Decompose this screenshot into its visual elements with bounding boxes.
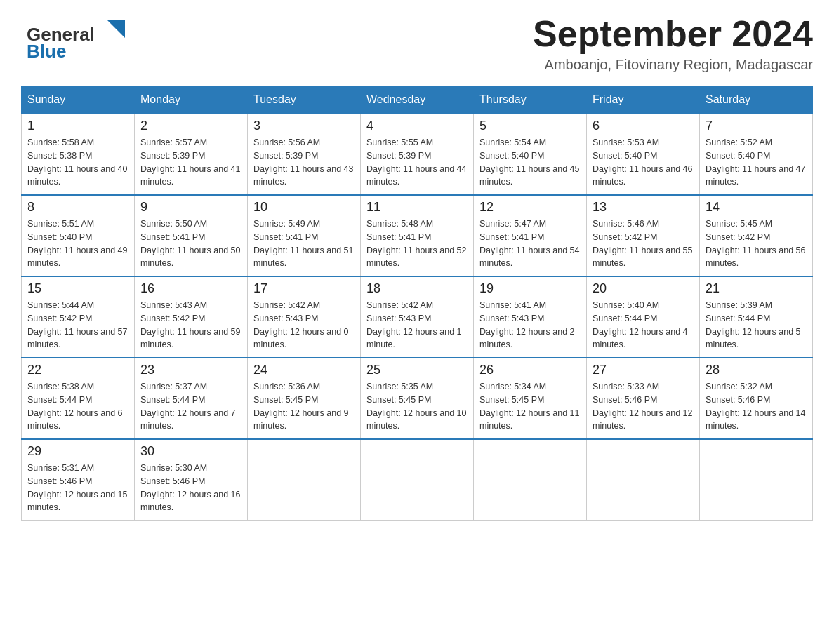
svg-text:Blue: Blue [27, 41, 66, 62]
day-number: 21 [706, 281, 807, 296]
calendar-cell: 22Sunrise: 5:38 AMSunset: 5:44 PMDayligh… [22, 358, 135, 439]
calendar-cell [361, 439, 474, 521]
day-number: 13 [593, 200, 694, 215]
calendar-cell [474, 439, 587, 521]
calendar-cell: 30Sunrise: 5:30 AMSunset: 5:46 PMDayligh… [135, 439, 248, 521]
day-number: 4 [366, 119, 468, 133]
column-header-saturday: Saturday [700, 86, 813, 114]
day-number: 3 [253, 119, 355, 133]
calendar-cell: 15Sunrise: 5:44 AMSunset: 5:42 PMDayligh… [22, 276, 135, 358]
calendar-cell: 14Sunrise: 5:45 AMSunset: 5:42 PMDayligh… [700, 195, 813, 276]
day-number: 22 [27, 363, 128, 377]
day-number: 19 [479, 281, 581, 296]
day-number: 27 [593, 363, 694, 377]
day-info: Sunrise: 5:46 AMSunset: 5:42 PMDaylight:… [593, 217, 694, 270]
day-number: 8 [27, 200, 128, 215]
calendar-cell: 4Sunrise: 5:55 AMSunset: 5:39 PMDaylight… [361, 114, 474, 195]
day-info: Sunrise: 5:49 AMSunset: 5:41 PMDaylight:… [253, 217, 355, 270]
calendar-cell: 7Sunrise: 5:52 AMSunset: 5:40 PMDaylight… [700, 114, 813, 195]
calendar-week-row: 15Sunrise: 5:44 AMSunset: 5:42 PMDayligh… [22, 276, 813, 358]
day-info: Sunrise: 5:45 AMSunset: 5:42 PMDaylight:… [706, 217, 807, 270]
calendar-cell: 10Sunrise: 5:49 AMSunset: 5:41 PMDayligh… [248, 195, 361, 276]
day-number: 15 [27, 281, 128, 296]
day-number: 18 [366, 281, 468, 296]
calendar-cell: 5Sunrise: 5:54 AMSunset: 5:40 PMDaylight… [474, 114, 587, 195]
day-info: Sunrise: 5:56 AMSunset: 5:39 PMDaylight:… [253, 136, 355, 189]
calendar-cell: 9Sunrise: 5:50 AMSunset: 5:41 PMDaylight… [135, 195, 248, 276]
calendar-week-row: 22Sunrise: 5:38 AMSunset: 5:44 PMDayligh… [22, 358, 813, 439]
day-number: 26 [479, 363, 581, 377]
day-info: Sunrise: 5:55 AMSunset: 5:39 PMDaylight:… [366, 136, 468, 189]
day-info: Sunrise: 5:30 AMSunset: 5:46 PMDaylight:… [140, 462, 241, 514]
day-info: Sunrise: 5:57 AMSunset: 5:39 PMDaylight:… [140, 136, 241, 189]
calendar-cell: 17Sunrise: 5:42 AMSunset: 5:43 PMDayligh… [248, 276, 361, 358]
day-info: Sunrise: 5:36 AMSunset: 5:45 PMDaylight:… [253, 380, 355, 433]
calendar-cell: 24Sunrise: 5:36 AMSunset: 5:45 PMDayligh… [248, 358, 361, 439]
day-info: Sunrise: 5:32 AMSunset: 5:46 PMDaylight:… [706, 380, 807, 433]
column-header-thursday: Thursday [474, 86, 587, 114]
calendar-cell: 27Sunrise: 5:33 AMSunset: 5:46 PMDayligh… [587, 358, 700, 439]
calendar-cell: 23Sunrise: 5:37 AMSunset: 5:44 PMDayligh… [135, 358, 248, 439]
day-info: Sunrise: 5:42 AMSunset: 5:43 PMDaylight:… [253, 299, 355, 351]
logo: General Blue [21, 14, 133, 66]
calendar-cell: 13Sunrise: 5:46 AMSunset: 5:42 PMDayligh… [587, 195, 700, 276]
day-number: 16 [140, 281, 241, 296]
day-number: 20 [593, 281, 694, 296]
day-info: Sunrise: 5:38 AMSunset: 5:44 PMDaylight:… [27, 380, 128, 433]
day-number: 30 [140, 444, 241, 459]
day-number: 2 [140, 119, 241, 133]
month-title: September 2024 [533, 14, 813, 54]
column-header-wednesday: Wednesday [361, 86, 474, 114]
day-number: 25 [366, 363, 468, 377]
calendar-header-row: SundayMondayTuesdayWednesdayThursdayFrid… [22, 86, 813, 114]
day-number: 14 [706, 200, 807, 215]
calendar-cell: 6Sunrise: 5:53 AMSunset: 5:40 PMDaylight… [587, 114, 700, 195]
calendar-week-row: 1Sunrise: 5:58 AMSunset: 5:38 PMDaylight… [22, 114, 813, 195]
day-number: 29 [27, 444, 128, 459]
day-info: Sunrise: 5:44 AMSunset: 5:42 PMDaylight:… [27, 299, 128, 351]
day-number: 12 [479, 200, 581, 215]
day-number: 10 [253, 200, 355, 215]
day-info: Sunrise: 5:33 AMSunset: 5:46 PMDaylight:… [593, 380, 694, 433]
day-info: Sunrise: 5:50 AMSunset: 5:41 PMDaylight:… [140, 217, 241, 270]
day-info: Sunrise: 5:52 AMSunset: 5:40 PMDaylight:… [706, 136, 807, 189]
calendar-cell [587, 439, 700, 521]
day-info: Sunrise: 5:47 AMSunset: 5:41 PMDaylight:… [479, 217, 581, 270]
calendar-week-row: 8Sunrise: 5:51 AMSunset: 5:40 PMDaylight… [22, 195, 813, 276]
calendar-cell: 12Sunrise: 5:47 AMSunset: 5:41 PMDayligh… [474, 195, 587, 276]
day-info: Sunrise: 5:51 AMSunset: 5:40 PMDaylight:… [27, 217, 128, 270]
calendar-cell: 8Sunrise: 5:51 AMSunset: 5:40 PMDaylight… [22, 195, 135, 276]
calendar-cell: 16Sunrise: 5:43 AMSunset: 5:42 PMDayligh… [135, 276, 248, 358]
calendar-table: SundayMondayTuesdayWednesdayThursdayFrid… [21, 86, 813, 521]
title-area: September 2024 Amboanjo, Fitovinany Regi… [533, 14, 813, 73]
day-number: 17 [253, 281, 355, 296]
calendar-cell: 2Sunrise: 5:57 AMSunset: 5:39 PMDaylight… [135, 114, 248, 195]
day-info: Sunrise: 5:58 AMSunset: 5:38 PMDaylight:… [27, 136, 128, 189]
calendar-cell: 21Sunrise: 5:39 AMSunset: 5:44 PMDayligh… [700, 276, 813, 358]
day-number: 23 [140, 363, 241, 377]
day-info: Sunrise: 5:54 AMSunset: 5:40 PMDaylight:… [479, 136, 581, 189]
day-info: Sunrise: 5:42 AMSunset: 5:43 PMDaylight:… [366, 299, 468, 351]
calendar-cell: 20Sunrise: 5:40 AMSunset: 5:44 PMDayligh… [587, 276, 700, 358]
day-info: Sunrise: 5:40 AMSunset: 5:44 PMDaylight:… [593, 299, 694, 351]
column-header-friday: Friday [587, 86, 700, 114]
day-number: 9 [140, 200, 241, 215]
calendar-cell: 11Sunrise: 5:48 AMSunset: 5:41 PMDayligh… [361, 195, 474, 276]
day-number: 11 [366, 200, 468, 215]
calendar-cell: 28Sunrise: 5:32 AMSunset: 5:46 PMDayligh… [700, 358, 813, 439]
day-number: 5 [479, 119, 581, 133]
calendar-cell: 18Sunrise: 5:42 AMSunset: 5:43 PMDayligh… [361, 276, 474, 358]
svg-marker-1 [107, 20, 125, 38]
location-subtitle: Amboanjo, Fitovinany Region, Madagascar [533, 57, 813, 73]
calendar-week-row: 29Sunrise: 5:31 AMSunset: 5:46 PMDayligh… [22, 439, 813, 521]
calendar-cell [700, 439, 813, 521]
calendar-cell: 1Sunrise: 5:58 AMSunset: 5:38 PMDaylight… [22, 114, 135, 195]
calendar-cell: 3Sunrise: 5:56 AMSunset: 5:39 PMDaylight… [248, 114, 361, 195]
day-number: 24 [253, 363, 355, 377]
day-info: Sunrise: 5:39 AMSunset: 5:44 PMDaylight:… [706, 299, 807, 351]
day-info: Sunrise: 5:37 AMSunset: 5:44 PMDaylight:… [140, 380, 241, 433]
calendar-cell: 26Sunrise: 5:34 AMSunset: 5:45 PMDayligh… [474, 358, 587, 439]
day-info: Sunrise: 5:53 AMSunset: 5:40 PMDaylight:… [593, 136, 694, 189]
calendar-cell [248, 439, 361, 521]
day-number: 28 [706, 363, 807, 377]
